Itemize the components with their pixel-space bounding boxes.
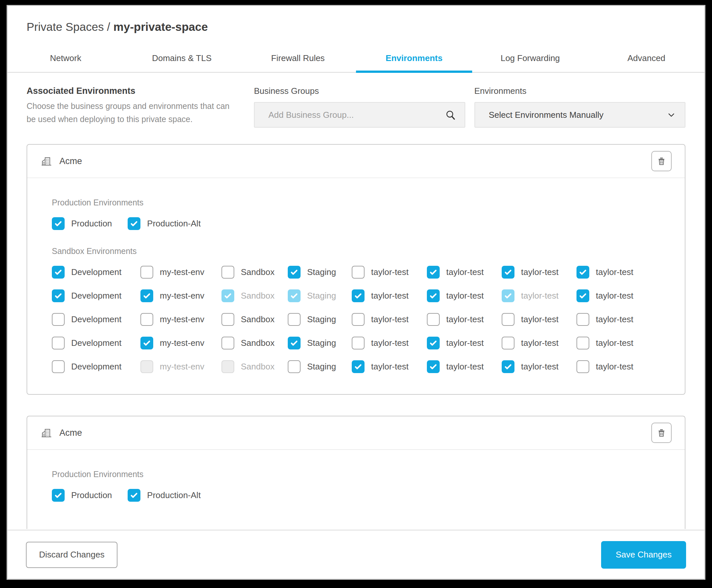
save-changes-button[interactable]: Save Changes [601, 541, 686, 569]
tab-domains-tls[interactable]: Domains & TLS [124, 48, 240, 72]
checkbox-label: Development [71, 314, 121, 324]
env-checkbox-taylor-test[interactable]: taylor-test [502, 360, 577, 373]
env-checkbox-sandbox[interactable]: Sandbox [222, 289, 288, 302]
env-checkbox-my-test-env[interactable]: my-test-env [141, 266, 222, 278]
breadcrumb: Private Spaces / [26, 20, 113, 33]
checkbox-unchecked-icon [427, 313, 440, 326]
checkbox-label: taylor-test [446, 267, 484, 277]
env-checkbox-staging[interactable]: Staging [288, 360, 352, 373]
env-checkbox-production[interactable]: Production [52, 489, 112, 502]
card-header: Acme [27, 145, 685, 178]
building-icon [40, 427, 52, 439]
env-checkbox-staging[interactable]: Staging [288, 289, 352, 302]
tab-environments[interactable]: Environments [356, 48, 472, 72]
env-checkbox-production-alt[interactable]: Production-Alt [128, 489, 201, 502]
chevron-down-icon [666, 110, 676, 120]
delete-business-group-button[interactable] [651, 151, 672, 171]
env-checkbox-production[interactable]: Production [52, 217, 112, 230]
checkbox-unchecked-icon [502, 313, 515, 326]
env-checkbox-staging[interactable]: Staging [288, 313, 352, 326]
checkbox-checked-icon [427, 360, 440, 373]
checkbox-unchecked-icon [141, 360, 153, 373]
checkbox-checked-icon [52, 266, 65, 278]
checkbox-label: Development [71, 362, 121, 372]
checkbox-unchecked-icon [288, 360, 300, 373]
checkbox-label: taylor-test [521, 314, 559, 324]
env-checkbox-taylor-test[interactable]: taylor-test [427, 289, 502, 302]
tab-firewall-rules[interactable]: Firewall Rules [240, 48, 356, 72]
checkbox-unchecked-icon [52, 313, 65, 326]
business-group-input[interactable]: Add Business Group... [254, 102, 465, 128]
checkbox-label: my-test-env [160, 291, 204, 301]
checkbox-unchecked-icon [222, 266, 234, 278]
env-checkbox-taylor-test[interactable]: taylor-test [427, 313, 502, 326]
production-environments-label: Production Environments [52, 469, 660, 479]
env-checkbox-development[interactable]: Development [52, 266, 141, 278]
env-checkbox-taylor-test[interactable]: taylor-test [352, 289, 427, 302]
checkbox-label: Staging [307, 291, 336, 301]
checkbox-unchecked-icon [52, 337, 65, 350]
checkbox-unchecked-icon [288, 313, 300, 326]
business-groups-field: Business Groups Add Business Group... [254, 86, 465, 128]
env-checkbox-taylor-test[interactable]: taylor-test [427, 266, 502, 278]
env-checkbox-my-test-env[interactable]: my-test-env [141, 289, 222, 302]
env-checkbox-my-test-env[interactable]: my-test-env [141, 313, 222, 326]
env-checkbox-sandbox[interactable]: Sandbox [222, 337, 288, 350]
environments-select[interactable]: Select Environments Manually [475, 102, 686, 128]
tab-advanced[interactable]: Advanced [588, 48, 705, 72]
env-checkbox-my-test-env[interactable]: my-test-env [141, 337, 222, 350]
env-checkbox-taylor-test[interactable]: taylor-test [577, 337, 660, 350]
env-checkbox-taylor-test[interactable]: taylor-test [577, 360, 660, 373]
business-group-card: Acme Production Environments ProductionP… [26, 144, 686, 395]
tab-log-forwarding[interactable]: Log Forwarding [472, 48, 588, 72]
env-checkbox-taylor-test[interactable]: taylor-test [352, 360, 427, 373]
env-checkbox-taylor-test[interactable]: taylor-test [352, 313, 427, 326]
env-checkbox-sandbox[interactable]: Sandbox [222, 313, 288, 326]
checkbox-label: taylor-test [596, 267, 633, 277]
env-checkbox-taylor-test[interactable]: taylor-test [427, 360, 502, 373]
checkbox-label: Development [71, 267, 121, 277]
checkbox-checked-icon [427, 337, 440, 350]
env-checkbox-taylor-test[interactable]: taylor-test [352, 337, 427, 350]
env-checkbox-sandbox[interactable]: Sandbox [222, 266, 288, 278]
checkbox-label: taylor-test [446, 338, 484, 348]
tab-network[interactable]: Network [7, 48, 124, 72]
env-checkbox-taylor-test[interactable]: taylor-test [427, 337, 502, 350]
env-checkbox-taylor-test[interactable]: taylor-test [502, 266, 577, 278]
checkbox-label: Sandbox [241, 291, 275, 301]
env-checkbox-development[interactable]: Development [52, 360, 141, 373]
env-checkbox-taylor-test[interactable]: taylor-test [502, 337, 577, 350]
checkbox-checked-icon [288, 266, 300, 278]
env-checkbox-staging[interactable]: Staging [288, 266, 352, 278]
env-checkbox-my-test-env[interactable]: my-test-env [141, 360, 222, 373]
env-checkbox-development[interactable]: Development [52, 337, 141, 350]
env-checkbox-taylor-test[interactable]: taylor-test [577, 289, 660, 302]
env-checkbox-taylor-test[interactable]: taylor-test [352, 266, 427, 278]
env-checkbox-sandbox[interactable]: Sandbox [222, 360, 288, 373]
checkbox-label: Staging [307, 362, 336, 372]
action-bar: Discard Changes Save Changes [7, 530, 705, 579]
checkbox-label: taylor-test [521, 362, 559, 372]
env-checkbox-taylor-test[interactable]: taylor-test [577, 266, 660, 278]
delete-business-group-button[interactable] [651, 423, 672, 443]
checkbox-label: taylor-test [521, 291, 559, 301]
discard-changes-button[interactable]: Discard Changes [26, 542, 118, 568]
checkbox-label: taylor-test [446, 314, 484, 324]
checkbox-label: Production-Alt [147, 218, 201, 229]
checkbox-label: taylor-test [596, 291, 633, 301]
env-checkbox-staging[interactable]: Staging [288, 337, 352, 350]
env-checkbox-taylor-test[interactable]: taylor-test [577, 313, 660, 326]
business-groups-label: Business Groups [254, 86, 465, 96]
checkbox-unchecked-icon [52, 360, 65, 373]
env-checkbox-taylor-test[interactable]: taylor-test [502, 289, 577, 302]
env-checkbox-development[interactable]: Development [52, 313, 141, 326]
page-title: Private Spaces / my-private-space [26, 20, 686, 34]
section-intro: Associated Environments Choose the busin… [26, 86, 232, 128]
env-checkbox-production-alt[interactable]: Production-Alt [128, 217, 201, 230]
checkbox-checked-icon [141, 337, 153, 350]
space-name: my-private-space [113, 20, 208, 33]
checkbox-checked-icon [222, 289, 234, 302]
checkbox-checked-icon [502, 360, 515, 373]
env-checkbox-taylor-test[interactable]: taylor-test [502, 313, 577, 326]
env-checkbox-development[interactable]: Development [52, 289, 141, 302]
